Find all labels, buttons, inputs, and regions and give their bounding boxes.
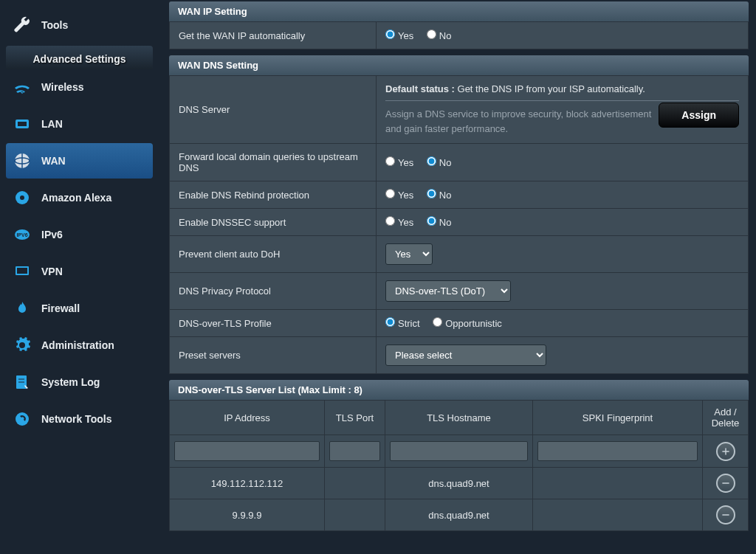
wan-ip-auto-no[interactable]: No	[427, 30, 452, 41]
col-host: TLS Hostname	[385, 401, 533, 435]
dot-ip: 9.9.9.9	[170, 499, 325, 531]
wrench-icon	[12, 15, 32, 35]
sidebar-item-wan[interactable]: WAN	[6, 143, 153, 179]
profile-strict[interactable]: Strict	[385, 318, 420, 329]
minus-icon	[721, 510, 731, 520]
dot-row: 149.112.112.112 dns.quad9.net	[170, 468, 749, 499]
wan-ip-auto-yes[interactable]: Yes	[385, 30, 413, 41]
plus-icon	[721, 446, 731, 457]
assign-button[interactable]: Assign	[659, 103, 739, 128]
dot-input-row	[170, 435, 749, 468]
doh-label: Prevent client auto DoH	[170, 236, 377, 273]
dnssec-label: Enable DNSSEC support	[170, 209, 377, 236]
dot-spki-input[interactable]	[537, 441, 698, 461]
preset-select[interactable]: Please select	[385, 344, 546, 366]
lan-icon	[12, 114, 32, 134]
delete-row-button[interactable]	[716, 474, 735, 493]
wan-ip-auto-label: Get the WAN IP automatically	[170, 22, 377, 49]
sidebar-item-alexa[interactable]: Amazon Alexa	[6, 180, 153, 215]
delete-row-button[interactable]	[716, 505, 735, 524]
sidebar-item-administration[interactable]: Administration	[6, 328, 153, 363]
dot-spki	[533, 499, 703, 531]
sidebar-label: LAN	[41, 118, 63, 130]
profile-opportunistic[interactable]: Opportunistic	[433, 318, 502, 329]
dot-port	[325, 499, 385, 531]
rebind-yes[interactable]: Yes	[385, 190, 413, 201]
sidebar-section-advanced: Advanced Settings	[6, 46, 153, 69]
col-action: Add / Delete	[703, 401, 749, 435]
fwd-local-no[interactable]: No	[427, 157, 452, 168]
add-row-button[interactable]	[716, 442, 735, 461]
alexa-icon	[12, 187, 32, 208]
dnssec-no[interactable]: No	[427, 217, 452, 228]
sidebar-item-wireless[interactable]: Wireless	[6, 69, 153, 105]
log-icon	[12, 372, 32, 392]
sidebar-label: System Log	[41, 376, 100, 388]
svg-rect-1	[18, 122, 27, 126]
sidebar-label: Amazon Alexa	[41, 192, 111, 204]
rebind-no[interactable]: No	[427, 190, 452, 201]
vpn-icon	[12, 261, 32, 282]
sidebar-item-firewall[interactable]: Firewall	[6, 291, 153, 326]
fwd-local-label: Forward local domain queries to upstream…	[170, 144, 377, 181]
dnssec-yes[interactable]: Yes	[385, 217, 413, 228]
sidebar-item-ipv6[interactable]: IPV6 IPv6	[6, 217, 153, 252]
svg-point-14	[16, 412, 29, 426]
dot-ip: 149.112.112.112	[170, 468, 325, 499]
col-ip: IP Address	[170, 401, 325, 435]
globe-icon	[12, 150, 32, 171]
dot-row: 9.9.9.9 dns.quad9.net	[170, 499, 749, 531]
sidebar-label: Wireless	[41, 81, 83, 93]
dot-port	[325, 468, 385, 499]
wireless-icon	[12, 77, 32, 97]
minus-icon	[721, 478, 731, 488]
sidebar-label: WAN	[41, 155, 66, 167]
privacy-select[interactable]: DNS-over-TLS (DoT)	[385, 280, 511, 302]
svg-text:IPV6: IPV6	[16, 232, 27, 238]
profile-label: DNS-over-TLS Profile	[170, 310, 377, 337]
gear-icon	[12, 335, 32, 356]
sidebar-label-tools: Tools	[41, 19, 68, 31]
dot-host: dns.quad9.net	[385, 499, 533, 531]
dot-ip-input[interactable]	[174, 441, 320, 461]
sidebar-label: Network Tools	[41, 413, 111, 425]
rebind-label: Enable DNS Rebind protection	[170, 181, 377, 209]
sidebar-label: IPv6	[41, 229, 63, 240]
firewall-icon	[12, 298, 32, 319]
sidebar-label: Firewall	[41, 302, 80, 314]
doh-select[interactable]: Yes	[385, 243, 433, 265]
wan-ip-setting-title: WAN IP Setting	[169, 1, 749, 21]
svg-rect-10	[17, 268, 27, 274]
svg-point-6	[20, 195, 24, 200]
dot-host: dns.quad9.net	[385, 468, 533, 499]
col-spki: SPKI Fingerprint	[533, 401, 703, 435]
dot-port-input[interactable]	[329, 441, 380, 461]
privacy-label: DNS Privacy Protocol	[170, 273, 377, 310]
col-port: TLS Port	[325, 401, 385, 435]
sidebar-item-networktools[interactable]: Network Tools	[6, 401, 153, 437]
sidebar-label: Administration	[41, 339, 114, 351]
wan-dns-setting-title: WAN DNS Setting	[169, 55, 749, 75]
sidebar-item-systemlog[interactable]: System Log	[6, 364, 153, 400]
dot-spki	[533, 468, 703, 499]
sidebar-item-lan[interactable]: LAN	[6, 106, 153, 142]
sidebar-item-tools[interactable]: Tools	[6, 7, 153, 43]
tools-icon	[12, 409, 32, 429]
sidebar-label: VPN	[41, 266, 63, 277]
dot-host-input[interactable]	[390, 441, 528, 461]
dns-server-label: DNS Server	[170, 76, 377, 144]
ipv6-icon: IPV6	[12, 224, 32, 245]
dot-list-title: DNS-over-TLS Server List (Max Limit : 8)	[169, 380, 749, 400]
dns-default-status: Default status : Get the DNS IP from you…	[385, 83, 739, 94]
fwd-local-yes[interactable]: Yes	[385, 157, 413, 168]
preset-label: Preset servers	[170, 337, 377, 374]
sidebar-item-vpn[interactable]: VPN	[6, 254, 153, 289]
